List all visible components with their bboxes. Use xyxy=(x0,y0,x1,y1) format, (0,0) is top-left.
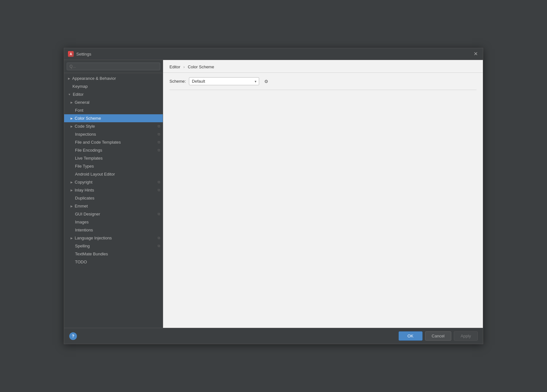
sidebar-item-duplicates[interactable]: Duplicates xyxy=(64,194,163,202)
chevron-right-icon: ▶ xyxy=(71,101,73,104)
sidebar-item-spelling[interactable]: Spelling ⧉ xyxy=(64,242,163,250)
cancel-button[interactable]: Cancel xyxy=(425,331,451,341)
chevron-right-icon: ▶ xyxy=(71,189,73,192)
copy-icon: ⧉ xyxy=(158,124,160,128)
sidebar-item-label: Images xyxy=(71,220,89,224)
copy-icon: ⧉ xyxy=(158,236,160,240)
breadcrumb: Editor › Color Scheme xyxy=(163,60,483,73)
sidebar-item-images[interactable]: Images xyxy=(64,218,163,226)
sidebar-item-label: Editor xyxy=(73,92,84,97)
sidebar-item-label: Color Scheme xyxy=(75,116,101,121)
apply-button[interactable]: Apply xyxy=(454,331,478,341)
copy-icon: ⧉ xyxy=(158,212,160,216)
sidebar-item-label: TODO xyxy=(71,260,87,264)
sidebar-item-label: Intentions xyxy=(71,228,93,232)
sidebar-item-label: File Types xyxy=(71,164,94,169)
sidebar-item-emmet[interactable]: ▶ Emmet xyxy=(64,202,163,210)
sidebar-item-file-code-templates[interactable]: File and Code Templates ⧉ xyxy=(64,138,163,146)
sidebar-item-color-scheme[interactable]: ▶ Color Scheme xyxy=(64,114,163,122)
sidebar-item-font[interactable]: Font xyxy=(64,106,163,114)
bottom-bar: ? OK Cancel Apply xyxy=(64,328,483,344)
copy-icon: ⧉ xyxy=(158,140,160,144)
close-button[interactable]: ✕ xyxy=(472,51,479,57)
sidebar-item-live-templates[interactable]: Live Templates xyxy=(64,154,163,162)
sidebar-item-label: Duplicates xyxy=(71,196,94,200)
breadcrumb-current: Color Scheme xyxy=(188,64,214,69)
sidebar-item-label: File and Code Templates xyxy=(71,140,121,145)
nav-list: ▶ Appearance & Behavior Keymap ▼ Editor xyxy=(64,73,163,328)
copy-icon: ⧉ xyxy=(158,188,160,192)
sidebar-item-android-layout-editor[interactable]: Android Layout Editor xyxy=(64,170,163,178)
window-title: Settings xyxy=(76,52,91,57)
sidebar-item-label: Keymap xyxy=(68,84,88,89)
sidebar-item-label: Spelling xyxy=(71,244,90,248)
chevron-right-icon: ▶ xyxy=(71,125,73,128)
sidebar-item-textmate-bundles[interactable]: TextMate Bundles xyxy=(64,250,163,258)
settings-dialog: A Settings ✕ ▶ Appearance & Behavior xyxy=(64,48,483,344)
sidebar-item-label: File Encodings xyxy=(71,148,102,153)
sidebar-item-label: Emmet xyxy=(75,204,88,208)
chevron-right-icon: ▶ xyxy=(68,77,70,80)
sidebar-item-intentions[interactable]: Intentions xyxy=(64,226,163,234)
sidebar-item-copyright[interactable]: ▶ Copyright ⧉ xyxy=(64,178,163,186)
scheme-gear-button[interactable]: ⚙ xyxy=(262,78,270,85)
content-body xyxy=(163,90,483,328)
sidebar-item-language-injections[interactable]: ▶ Language Injections ⧉ xyxy=(64,234,163,242)
sidebar-item-label: Copyright xyxy=(75,180,93,185)
sidebar-item-file-encodings[interactable]: File Encodings ⧉ xyxy=(64,146,163,154)
scheme-select[interactable]: Default Darcula High Contrast Monokai Pr… xyxy=(189,77,259,85)
sidebar-item-label: General xyxy=(75,100,89,105)
chevron-right-icon: ▶ xyxy=(71,117,73,120)
title-bar-left: A Settings xyxy=(68,51,91,57)
search-input[interactable] xyxy=(67,63,160,70)
sidebar-item-label: Appearance & Behavior xyxy=(72,76,116,81)
button-group: OK Cancel Apply xyxy=(399,331,478,341)
scheme-select-wrapper: Default Darcula High Contrast Monokai Pr… xyxy=(189,77,259,85)
sidebar-item-appearance[interactable]: ▶ Appearance & Behavior xyxy=(64,74,163,82)
sidebar-item-label: Language Injections xyxy=(75,236,112,240)
chevron-right-icon: ▶ xyxy=(71,205,73,208)
sidebar-item-label: Inlay Hints xyxy=(75,188,94,192)
copy-icon: ⧉ xyxy=(158,148,160,152)
copy-icon: ⧉ xyxy=(158,180,160,184)
main-content: ▶ Appearance & Behavior Keymap ▼ Editor xyxy=(64,60,483,328)
chevron-right-icon: ▶ xyxy=(71,181,73,184)
copy-icon: ⧉ xyxy=(158,244,160,248)
sidebar-item-keymap[interactable]: Keymap xyxy=(64,82,163,90)
sidebar-item-inlay-hints[interactable]: ▶ Inlay Hints ⧉ xyxy=(64,186,163,194)
ok-button[interactable]: OK xyxy=(399,331,423,341)
help-button[interactable]: ? xyxy=(69,332,77,340)
sidebar-item-general[interactable]: ▶ General xyxy=(64,98,163,106)
search-box xyxy=(64,60,163,73)
content-area: Editor › Color Scheme Scheme: Default Da… xyxy=(163,60,483,328)
sidebar-item-label: Inspections xyxy=(71,132,96,137)
copy-icon: ⧉ xyxy=(158,132,160,136)
sidebar-item-label: GUI Designer xyxy=(71,212,100,216)
sidebar-item-editor[interactable]: ▼ Editor xyxy=(64,90,163,98)
breadcrumb-separator: › xyxy=(184,64,185,69)
chevron-down-icon: ▼ xyxy=(68,93,71,96)
scheme-label: Scheme: xyxy=(169,79,186,84)
sidebar-item-label: Android Layout Editor xyxy=(71,172,115,177)
sidebar-item-label: Font xyxy=(71,108,83,113)
sidebar-item-label: TextMate Bundles xyxy=(71,252,108,256)
app-icon: A xyxy=(68,51,74,57)
sidebar-item-code-style[interactable]: ▶ Code Style ⧉ xyxy=(64,122,163,130)
scheme-row: Scheme: Default Darcula High Contrast Mo… xyxy=(163,73,483,90)
sidebar: ▶ Appearance & Behavior Keymap ▼ Editor xyxy=(64,60,163,328)
sidebar-item-todo[interactable]: TODO xyxy=(64,258,163,266)
breadcrumb-parent: Editor xyxy=(169,64,180,69)
title-bar: A Settings ✕ xyxy=(64,48,483,60)
sidebar-item-label: Live Templates xyxy=(71,156,102,161)
sidebar-item-file-types[interactable]: File Types xyxy=(64,162,163,170)
sidebar-item-inspections[interactable]: Inspections ⧉ xyxy=(64,130,163,138)
chevron-right-icon: ▶ xyxy=(71,237,73,240)
sidebar-item-gui-designer[interactable]: GUI Designer ⧉ xyxy=(64,210,163,218)
sidebar-item-label: Code Style xyxy=(75,124,95,129)
